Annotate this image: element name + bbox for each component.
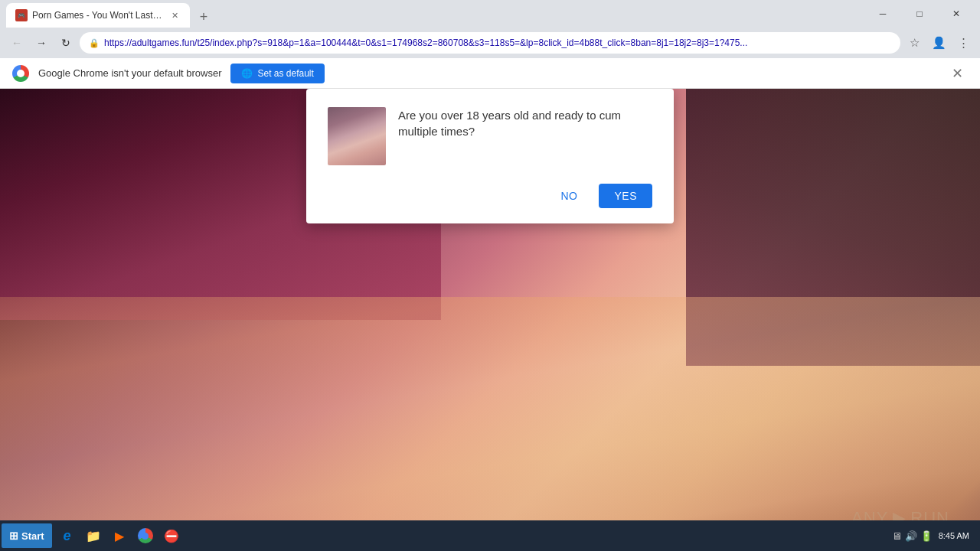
- modal-question-text: Are you over 18 years old and ready to c…: [398, 107, 652, 139]
- new-tab-button[interactable]: +: [193, 6, 214, 28]
- chrome-icon: [138, 528, 153, 543]
- active-tab[interactable]: 🎮 Porn Games - You Won't Last 3 Minu... …: [6, 3, 190, 28]
- tab-favicon: 🎮: [15, 9, 28, 21]
- start-label: Start: [21, 530, 44, 542]
- taskbar-wmp-button[interactable]: ▶: [107, 523, 132, 548]
- tray-volume-icon: 🔊: [905, 530, 917, 542]
- set-default-button[interactable]: 🌐 Set as default: [230, 64, 324, 83]
- close-button[interactable]: ✕: [939, 2, 974, 26]
- start-icon: ⊞: [9, 530, 18, 542]
- taskbar: ⊞ Start e 📁 ▶ ⛔ 🖥 🔊 🔋 8:45 AM: [0, 520, 980, 551]
- system-tray: 🖥 🔊 🔋 8:45 AM: [886, 530, 978, 542]
- modal-overlay: Are you over 18 years old and ready to c…: [0, 89, 980, 551]
- yes-button[interactable]: YES: [599, 184, 652, 208]
- chrome-logo-icon: [12, 65, 29, 82]
- maximize-button[interactable]: □: [902, 2, 937, 26]
- minimize-button[interactable]: ─: [865, 2, 900, 26]
- title-bar: 🎮 Porn Games - You Won't Last 3 Minu... …: [0, 0, 980, 28]
- set-default-icon: 🌐: [241, 68, 253, 79]
- back-button[interactable]: ←: [6, 32, 28, 54]
- tray-clock: 8:45 AM: [936, 530, 972, 541]
- taskbar-chrome-button[interactable]: [133, 523, 158, 548]
- modal-body: Are you over 18 years old and ready to c…: [328, 107, 652, 165]
- refresh-button[interactable]: ↻: [55, 32, 77, 54]
- lock-icon: 🔒: [89, 38, 100, 48]
- tab-title: Porn Games - You Won't Last 3 Minu...: [32, 10, 164, 21]
- taskbar-items: e 📁 ▶ ⛔: [55, 523, 184, 548]
- bookmark-button[interactable]: ☆: [903, 32, 925, 54]
- folder-icon: 📁: [86, 529, 101, 543]
- notification-bar: Google Chrome isn't your default browser…: [0, 58, 980, 89]
- tray-battery-icon: 🔋: [920, 530, 933, 542]
- profile-button[interactable]: 👤: [928, 32, 949, 54]
- antivirus-icon: ⛔: [164, 529, 179, 543]
- tab-close-button[interactable]: ✕: [168, 9, 181, 21]
- start-button[interactable]: ⊞ Start: [2, 523, 52, 548]
- taskbar-folder-button[interactable]: 📁: [81, 523, 106, 548]
- modal-image-content: [328, 107, 386, 165]
- menu-button[interactable]: ⋮: [952, 32, 974, 54]
- notification-message: Google Chrome isn't your default browser: [38, 67, 221, 79]
- window-controls: ─ □ ✕: [865, 2, 980, 26]
- notification-close-button[interactable]: ✕: [946, 63, 968, 84]
- wmp-icon: ▶: [115, 529, 124, 543]
- modal-thumbnail: [328, 107, 386, 165]
- url-text: https://adultgames.fun/t25/index.php?s=9…: [104, 37, 891, 48]
- tab-strip: 🎮 Porn Games - You Won't Last 3 Minu... …: [0, 0, 865, 28]
- tray-network-icon: 🖥: [892, 530, 902, 542]
- address-bar: ← → ↻ 🔒 https://adultgames.fun/t25/index…: [0, 28, 980, 58]
- ie-icon: e: [64, 528, 71, 544]
- taskbar-antivirus-button[interactable]: ⛔: [159, 523, 184, 548]
- set-default-label: Set as default: [257, 68, 313, 79]
- age-verification-modal: Are you over 18 years old and ready to c…: [306, 89, 674, 223]
- address-input[interactable]: 🔒 https://adultgames.fun/t25/index.php?s…: [80, 32, 900, 54]
- forward-button[interactable]: →: [31, 32, 52, 54]
- taskbar-ie-button[interactable]: e: [55, 523, 80, 548]
- web-content: ANY ▶ RUN Are you over 18 years old and …: [0, 89, 980, 551]
- no-button[interactable]: NO: [548, 184, 590, 208]
- modal-buttons: NO YES: [328, 184, 652, 208]
